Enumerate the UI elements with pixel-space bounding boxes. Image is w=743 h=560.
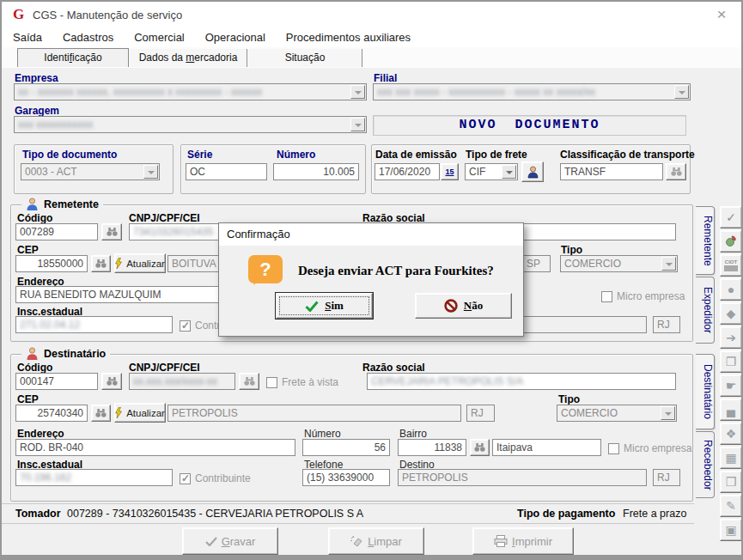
dst-numero-input[interactable]: 56 [302,439,390,456]
chevron-down-icon [661,257,676,271]
limpar-button[interactable]: Limpar [328,527,424,555]
tipo-pagamento-label: Tipo de pagamento [517,508,615,520]
tab-situacao[interactable]: Situação [248,49,362,67]
dst-insc-input[interactable]: 70.196.162 [15,469,173,486]
filial-value: xxx xxx xxxxx - xxxxxxxxxxx - xxxxx xx x… [377,86,595,98]
tab-label: m [186,52,194,64]
menu-operacional[interactable]: Operacional [205,31,265,44]
classificacao-transporte-label: Classificação de transporte [560,149,695,161]
dst-tipo-combobox[interactable]: COMERCIO [557,405,677,422]
destinatario-legend: Destinatário [21,347,110,360]
rem-cnpj-value: 73410326015435 [133,226,213,238]
search-binoculars-button[interactable] [666,163,686,180]
tab-dados-da-mercadoria[interactable]: Dados da mercadoria [130,49,247,67]
close-icon[interactable]: × [712,5,731,24]
tipo-documento-combobox[interactable]: 0003 - ACT [21,163,160,180]
menu-saida[interactable]: Saída [13,31,42,44]
truck-icon: ▄ [727,404,735,416]
dst-endereco-label: Endereço [17,428,64,440]
dst-uf-field: RJ [466,405,495,422]
binoculars-icon [95,409,107,417]
binoculars-icon [95,259,107,268]
toolbar-export-button[interactable]: ➔ [720,326,742,349]
check-icon [205,537,217,546]
rem-insc-input[interactable]: 271.02.04.12 [15,316,173,333]
vtab-expedidor[interactable]: Expedidor [696,277,715,344]
toolbar-edit-doc-button[interactable]: ✎ [720,495,742,517]
toolbar-misc-button[interactable]: ▣ [720,519,742,541]
toolbar-polygon-button[interactable]: ◆ [720,302,742,325]
garagem-value: xxx xxxxxxxxxxx [18,119,93,131]
imprimir-button[interactable]: Imprimir [472,527,574,555]
dst-codigo-input[interactable]: 000147 [15,373,98,390]
dst-cep-label: CEP [17,393,39,405]
rem-codigo-search-button[interactable] [101,223,122,240]
sim-button[interactable]: Sim [276,293,373,319]
tipo-frete-combobox[interactable]: CIF [465,163,518,180]
menu-cadastros[interactable]: Cadastros [63,31,113,44]
dst-atualizar-button[interactable]: Atualizar [114,403,166,423]
rem-cep-search-button[interactable] [91,255,111,272]
menu-comercial[interactable]: Comercial [134,31,185,44]
toolbar-book-button[interactable]: ❒ [720,471,742,493]
menu-procedimentos-auxiliares[interactable]: Procedimentos auxiliares [286,31,411,44]
toolbar-hand-button[interactable]: ☛ [720,374,742,397]
tab-label: ercadoria [194,52,237,64]
rem-cep-input[interactable]: 18550000 [15,255,88,272]
person-lookup-button[interactable] [521,161,544,182]
serie-input[interactable]: OC [186,163,267,180]
chevron-down-icon [674,85,689,99]
filial-combobox[interactable]: xxx xxx xxxxx - xxxxxxxxxxx - xxxxx xx x… [373,83,691,100]
green-check-icon [305,301,319,312]
empresa-combobox[interactable]: xx - xxxxxxx xxxxxx, xxxxxxxxxx x xxxxxx… [14,83,367,100]
rem-tipo-combobox[interactable]: COMERCIO [560,255,678,272]
dst-endereco-input[interactable]: ROD. BR-040 [15,439,295,456]
dst-telefone-input[interactable]: (15) 33639000 [302,469,390,486]
check-icon: ✓ [726,211,736,223]
polygon-icon: ◆ [727,307,736,320]
data-emissao-input[interactable]: 17/06/2020 [375,163,440,180]
toolbar-circle-button[interactable]: ● [720,278,742,301]
dst-cep-input[interactable]: 25740340 [15,405,88,422]
dst-frete-a-vista-checkbox[interactable]: Frete à vista [266,376,338,388]
app-logo-icon: G [10,6,27,22]
dst-razao-input[interactable]: CERVEJARIA PETROPOLIS S/A [367,373,676,390]
toolbar-copy-button[interactable]: ❐ [720,350,742,373]
toolbar-moneybag-button[interactable]: ❖ [720,423,742,445]
dst-bairro-nome-input[interactable]: Itaipava [492,439,601,456]
sender-person-icon [26,198,39,210]
dst-cnpj-search-button[interactable] [239,373,259,390]
rem-atualizar-button[interactable]: Atualizar [114,253,166,273]
numero-input[interactable]: 10.005 [273,163,359,180]
photo-document-icon: ▦ [725,452,736,464]
calendar-button[interactable]: 15 [441,163,459,180]
toolbar-photo-doc-button[interactable]: ▦ [720,447,742,469]
dst-contribuinte-checkbox[interactable]: Contribuinte [180,472,251,484]
dst-insc-value: 70.196.162 [20,472,71,484]
dst-codigo-search-button[interactable] [101,373,122,390]
toolbar-money-button[interactable] [720,230,742,253]
sim-label: Sim [325,299,344,313]
toolbar-confirm-button[interactable]: ✓ [720,206,742,228]
toolbar-truck-button[interactable]: ▄ [720,399,742,421]
garagem-combobox[interactable]: xxx xxxxxxxxxxx [14,116,367,133]
rem-micro-empresa-checkbox[interactable]: Micro empresa [601,290,685,302]
vtab-recebedor[interactable]: Recebedor [696,431,715,498]
dst-destino-uf-field: RJ [653,469,680,486]
rem-codigo-input[interactable]: 007289 [15,223,98,240]
dst-bairro-input[interactable]: 11838 [398,439,466,456]
gravar-button[interactable]: Gravar [182,527,278,555]
tab-identificacao[interactable]: Identificação [17,48,129,67]
dst-bairro-search-button[interactable] [470,439,490,456]
rem-cep-label: CEP [17,244,39,256]
data-emissao-label: Data de emissão [375,149,457,161]
binoculars-icon [107,377,118,386]
dst-micro-empresa-checkbox[interactable]: Micro empresa [608,442,691,454]
nao-button[interactable]: Não [415,293,512,319]
vtab-destinatario[interactable]: Destinatário [696,354,715,429]
toolbar-ciot-button[interactable]: CIOT [720,254,742,277]
dst-cnpj-input[interactable]: xx.xxx.xxx/xxxx-xx [129,373,235,390]
classificacao-transporte-input[interactable]: TRANSF [560,163,663,180]
dst-cep-search-button[interactable] [91,405,111,422]
vtab-remetente[interactable]: Remetente [696,206,715,275]
